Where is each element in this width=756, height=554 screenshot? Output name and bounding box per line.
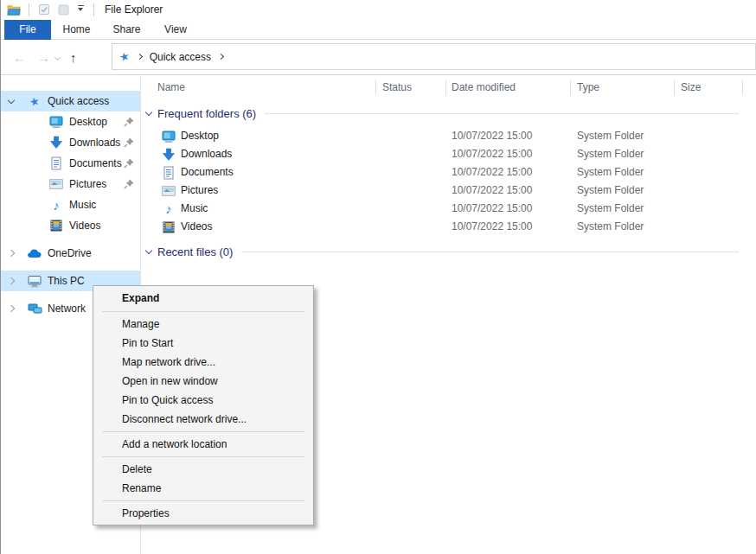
quick-access-star-icon: ★ bbox=[118, 49, 131, 64]
menu-item-map-network-drive[interactable]: Map network drive... bbox=[93, 353, 313, 372]
sidebar-item-onedrive[interactable]: OneDrive bbox=[1, 243, 140, 264]
menu-item-label: Disconnect network drive... bbox=[122, 413, 247, 425]
chevron-right-icon[interactable] bbox=[8, 305, 15, 312]
file-type: System Folder bbox=[577, 127, 644, 145]
file-row-downloads[interactable]: Downloads10/07/2022 15:00System Folder bbox=[142, 145, 756, 163]
file-date-modified: 10/07/2022 15:00 bbox=[452, 163, 532, 181]
file-name: Downloads bbox=[181, 145, 232, 163]
menu-item-properties[interactable]: Properties bbox=[93, 504, 313, 523]
breadcrumb-quick-access[interactable]: Quick access bbox=[150, 51, 211, 63]
column-header-type[interactable]: Type bbox=[577, 76, 599, 99]
sidebar-item-label: Network bbox=[48, 302, 86, 315]
properties-button[interactable] bbox=[37, 3, 51, 16]
column-separator[interactable] bbox=[570, 80, 571, 95]
sidebar-item-label: OneDrive bbox=[48, 247, 92, 259]
sidebar-item-label: Desktop bbox=[69, 116, 107, 128]
menu-item-add-a-network-location[interactable]: Add a network location bbox=[93, 435, 313, 454]
tab-home[interactable]: Home bbox=[56, 20, 97, 40]
sidebar-item-label: Downloads bbox=[69, 137, 120, 149]
sidebar-item-label: Videos bbox=[69, 220, 100, 232]
menu-separator bbox=[102, 311, 304, 312]
menu-item-label: Pin to Quick access bbox=[122, 394, 213, 406]
app-folder-icon bbox=[7, 3, 21, 16]
pin-icon bbox=[124, 158, 134, 169]
ribbon-tabs: File Home Share View bbox=[1, 19, 756, 40]
file-type: System Folder bbox=[577, 200, 644, 218]
tab-share[interactable]: Share bbox=[106, 20, 148, 40]
menu-item-label: Properties bbox=[122, 507, 170, 519]
pin-icon bbox=[124, 179, 134, 189]
downloads-icon bbox=[162, 148, 176, 162]
column-separator[interactable] bbox=[375, 80, 376, 95]
chevron-down-icon[interactable] bbox=[145, 109, 152, 116]
column-header-status[interactable]: Status bbox=[382, 76, 412, 99]
this-pc-icon bbox=[27, 274, 42, 288]
group-title: Recent files (0) bbox=[157, 245, 233, 258]
menu-item-disconnect-network-drive[interactable]: Disconnect network drive... bbox=[93, 410, 313, 429]
menu-item-label: Manage bbox=[122, 318, 159, 330]
file-row-documents[interactable]: Documents10/07/2022 15:00System Folder bbox=[142, 163, 756, 181]
pin-icon bbox=[124, 137, 134, 148]
column-separator[interactable] bbox=[742, 80, 743, 95]
quick-access-star-icon: ★ bbox=[27, 94, 42, 108]
sidebar-item-documents[interactable]: Documents bbox=[1, 153, 140, 174]
breadcrumb-chevron-icon[interactable] bbox=[218, 54, 224, 60]
file-row-videos[interactable]: Videos10/07/2022 15:00System Folder bbox=[142, 218, 756, 236]
breadcrumb-chevron-icon[interactable] bbox=[137, 54, 143, 60]
menu-item-rename[interactable]: Rename bbox=[93, 479, 313, 498]
videos-icon bbox=[162, 220, 176, 234]
address-bar[interactable]: ★ Quick access bbox=[112, 43, 756, 70]
recent-locations-dropdown-icon[interactable] bbox=[54, 54, 61, 60]
chevron-right-icon[interactable] bbox=[8, 250, 15, 257]
context-menu: ExpandManagePin to StartMap network driv… bbox=[93, 285, 314, 525]
group-rule bbox=[241, 252, 739, 252]
file-type: System Folder bbox=[577, 218, 644, 236]
customize-quick-access-toolbar-dropdown-icon[interactable] bbox=[74, 5, 86, 15]
menu-item-expand[interactable]: Expand bbox=[93, 288, 313, 309]
menu-item-pin-to-start[interactable]: Pin to Start bbox=[93, 334, 313, 353]
title-bar: File Explorer bbox=[1, 0, 756, 19]
file-row-pictures[interactable]: Pictures10/07/2022 15:00System Folder bbox=[142, 181, 756, 200]
file-name: Documents bbox=[181, 163, 234, 181]
file-name: Videos bbox=[181, 218, 212, 236]
column-header-date-modified[interactable]: Date modified bbox=[452, 76, 516, 99]
group-header-frequent-folders-6[interactable]: Frequent folders (6) bbox=[142, 105, 756, 122]
chevron-down-icon[interactable] bbox=[145, 247, 152, 254]
file-date-modified: 10/07/2022 15:00 bbox=[452, 218, 532, 236]
menu-item-pin-to-quick-access[interactable]: Pin to Quick access bbox=[93, 391, 313, 410]
file-type: System Folder bbox=[577, 145, 644, 163]
menu-item-open-in-new-window[interactable]: Open in new window bbox=[93, 372, 313, 391]
tab-view[interactable]: View bbox=[155, 20, 196, 40]
pictures-icon bbox=[48, 177, 64, 191]
column-header-size[interactable]: Size bbox=[681, 76, 701, 99]
file-name: Desktop bbox=[181, 127, 219, 145]
sidebar-item-videos[interactable]: Videos bbox=[1, 215, 140, 236]
sidebar-item-music[interactable]: ♪Music bbox=[1, 194, 140, 215]
file-row-desktop[interactable]: Desktop10/07/2022 15:00System Folder bbox=[142, 127, 756, 145]
chevron-down-icon[interactable] bbox=[8, 97, 15, 104]
column-separator[interactable] bbox=[445, 80, 446, 95]
chevron-right-icon[interactable] bbox=[8, 277, 15, 284]
file-row-music[interactable]: ♪Music10/07/2022 15:00System Folder bbox=[142, 200, 756, 218]
back-button[interactable]: ← bbox=[13, 40, 26, 75]
column-separator[interactable] bbox=[674, 80, 675, 95]
sidebar-item-desktop[interactable]: Desktop bbox=[1, 111, 140, 132]
file-type: System Folder bbox=[577, 181, 644, 200]
downloads-icon bbox=[48, 136, 64, 150]
sidebar-item-pictures[interactable]: Pictures bbox=[1, 174, 140, 194]
window-title: File Explorer bbox=[105, 3, 163, 16]
menu-separator bbox=[102, 500, 304, 501]
menu-item-manage[interactable]: Manage bbox=[93, 315, 313, 334]
menu-item-label: Rename bbox=[122, 482, 161, 494]
new-folder-button[interactable] bbox=[56, 3, 70, 16]
tab-file[interactable]: File bbox=[4, 20, 51, 40]
sidebar-item-downloads[interactable]: Downloads bbox=[1, 132, 140, 153]
forward-button[interactable]: → bbox=[37, 40, 50, 75]
sidebar-item-quick-access[interactable]: ★Quick access bbox=[1, 91, 140, 111]
group-header-recent-files-0[interactable]: Recent files (0) bbox=[142, 244, 756, 260]
menu-item-delete[interactable]: Delete bbox=[93, 460, 313, 479]
up-button[interactable]: ↑ bbox=[70, 40, 77, 75]
column-header-name[interactable]: Name bbox=[157, 76, 185, 99]
menu-separator bbox=[102, 431, 304, 432]
file-type: System Folder bbox=[577, 163, 644, 181]
